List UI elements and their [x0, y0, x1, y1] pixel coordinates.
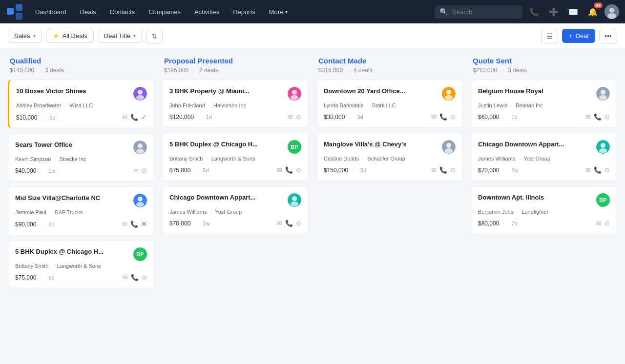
phone-icon[interactable]: 📞: [130, 221, 138, 228]
nav-activities[interactable]: Activities: [188, 5, 225, 19]
svg-point-8: [136, 95, 144, 100]
more-icon[interactable]: ⊙: [604, 113, 610, 121]
deal-card-c2[interactable]: Manglove Villa's @ Chevy's Cristine Dodd…: [316, 133, 463, 181]
list-view-button[interactable]: ☰: [541, 29, 558, 43]
svg-point-11: [136, 149, 144, 154]
svg-rect-1: [16, 4, 22, 11]
company-name: Langworth & Sons: [211, 156, 255, 162]
phone-icon[interactable]: 📞: [285, 220, 293, 227]
column-meta-qualified: $140,000 · 3 deals: [10, 67, 152, 74]
phone-icon[interactable]: 📞: [439, 113, 447, 121]
more-icon[interactable]: ⊙: [296, 113, 301, 121]
card-footer: $40,000 · 1w ✉⊙: [15, 167, 147, 174]
card-amount-time: $75,000 · 5d: [15, 274, 55, 281]
nav-dashboard[interactable]: Dashboard: [29, 5, 72, 19]
notifications-badge: 89: [594, 2, 603, 8]
card-time: 1w: [48, 168, 55, 174]
svg-rect-0: [7, 8, 14, 15]
more-icon[interactable]: ⊙: [296, 220, 301, 227]
mail-button[interactable]: ✉️: [565, 4, 581, 20]
phone-icon[interactable]: 📞: [285, 166, 293, 174]
chevron-down-icon: ▾: [33, 33, 36, 39]
filter-label: All Deals: [62, 32, 87, 40]
nav-more[interactable]: More ▾: [263, 5, 294, 19]
card-person: Benjamin Jobs · Landfighter: [478, 209, 610, 215]
deal-card-qs1[interactable]: Belgium House Royal Justin Lewis · Beaha…: [471, 80, 617, 128]
more-icon[interactable]: ⊙: [296, 166, 301, 174]
deal-card-qs2[interactable]: Chicago Downtown Appart... James William…: [471, 133, 617, 181]
nav-companies[interactable]: Companies: [143, 5, 187, 19]
card-header: Chicago Downtown Appart...: [478, 140, 610, 154]
email-icon[interactable]: ✉: [431, 113, 437, 121]
person-name: Jammie Paul: [15, 209, 46, 215]
email-icon[interactable]: ✉: [122, 221, 127, 228]
deal-card-p2[interactable]: 5 BHK Duplex @ Chicago H... BP Brittany …: [162, 133, 309, 181]
deal-card-q3[interactable]: Mid Size Villa@Charlotte NC Jammie Paul …: [8, 186, 154, 235]
email-icon[interactable]: ✉: [133, 167, 139, 174]
search-input[interactable]: [435, 5, 522, 19]
card-time: 5d: [360, 167, 366, 173]
status-green-icon: ✓: [141, 113, 147, 121]
email-icon[interactable]: ✉: [431, 166, 437, 174]
column-count: 4 deals: [354, 67, 373, 74]
phone-icon[interactable]: 📞: [594, 166, 602, 174]
email-icon[interactable]: ✉: [585, 166, 591, 174]
sort-order-button[interactable]: ⇅: [146, 29, 163, 43]
nav-deals[interactable]: Deals: [74, 5, 102, 19]
card-footer: $70,000 · 2w ✉📞⊙: [478, 166, 610, 174]
deal-card-q1[interactable]: 10 Boxes Victor Shines Ashley Broadwater…: [8, 80, 154, 128]
card-actions: ✉⊙: [596, 220, 610, 227]
more-options-button[interactable]: •••: [599, 29, 617, 43]
add-deal-button[interactable]: + Deal: [562, 29, 595, 43]
card-person: Ashley Broadwater · Wiza LLC: [16, 102, 147, 108]
column-title-contact-made: Contact Made: [318, 57, 461, 65]
deal-card-p3[interactable]: Chicago Downtown Appart... James William…: [162, 186, 309, 234]
column-meta-contact-made: $315,000 · 4 deals: [318, 67, 461, 74]
deal-card-q2[interactable]: Sears Tower Office Kevin Simpson · Strac…: [8, 133, 154, 182]
user-avatar[interactable]: [604, 4, 619, 19]
card-header: Downtown Apt. illnois BP: [478, 193, 610, 207]
deal-card-q4[interactable]: 5 BHK Duplex @ Chicago H... BP Brittany …: [8, 240, 154, 288]
deal-card-p1[interactable]: 3 BHK Property @ Miami... John Friedland…: [162, 80, 309, 128]
person-name: Brittany Smith: [15, 263, 48, 269]
svg-point-25: [446, 143, 451, 148]
deal-card-qs3[interactable]: Downtown Apt. illnois BP Benjamin Jobs ·…: [471, 186, 617, 234]
sales-filter-button[interactable]: Sales ▾: [8, 29, 42, 43]
email-icon[interactable]: ✉: [122, 114, 127, 121]
deal-card-c1[interactable]: Downtown 20 Yard Office... Lynda Barksda…: [316, 80, 463, 128]
email-icon[interactable]: ✉: [596, 220, 602, 227]
more-icon[interactable]: ⊙: [450, 166, 456, 174]
card-header: Chicago Downtown Appart...: [169, 193, 301, 207]
more-icon[interactable]: ⊙: [604, 220, 610, 227]
column-meta-proposal: $195,000 · 2 deals: [164, 67, 307, 74]
phone-icon[interactable]: 📞: [439, 166, 447, 174]
nav-contacts[interactable]: Contacts: [104, 5, 141, 19]
add-button[interactable]: ➕: [546, 4, 562, 20]
email-icon[interactable]: ✉: [123, 274, 128, 281]
card-person: Cristine Dodds · Schaefer Group: [324, 156, 456, 162]
svg-point-13: [138, 197, 143, 202]
company-name: Beahan Inc: [516, 102, 543, 108]
card-person: Brittany Smith · Langworth & Sons: [169, 156, 301, 162]
card-time: 3d: [357, 114, 363, 120]
more-icon[interactable]: ⊙: [450, 113, 456, 121]
phone-icon[interactable]: 📞: [131, 274, 139, 281]
email-icon[interactable]: ✉: [277, 166, 282, 174]
all-deals-filter-button[interactable]: ⚡ All Deals: [46, 29, 94, 43]
email-icon[interactable]: ✉: [277, 220, 282, 227]
card-actions: ✉⊙: [133, 167, 147, 174]
more-icon[interactable]: ⊙: [604, 166, 610, 174]
email-icon[interactable]: ✉: [585, 113, 591, 121]
phone-icon[interactable]: 📞: [130, 114, 138, 121]
nav-reports[interactable]: Reports: [227, 5, 261, 19]
more-icon[interactable]: ⊙: [142, 274, 147, 281]
phone-icon[interactable]: 📞: [594, 113, 602, 121]
card-footer: $80,000 · 7d ✉⊙: [478, 220, 610, 227]
sort-button[interactable]: Deal Title ▾: [98, 29, 142, 43]
card-footer: $75,000 · 5d ✉📞⊙: [169, 166, 301, 174]
email-icon[interactable]: ✉: [288, 113, 293, 121]
card-time: 5d: [48, 275, 54, 281]
phone-button[interactable]: 📞: [526, 4, 542, 20]
more-icon[interactable]: ⊙: [142, 167, 147, 174]
company-name: DAF Trucks: [55, 209, 83, 215]
